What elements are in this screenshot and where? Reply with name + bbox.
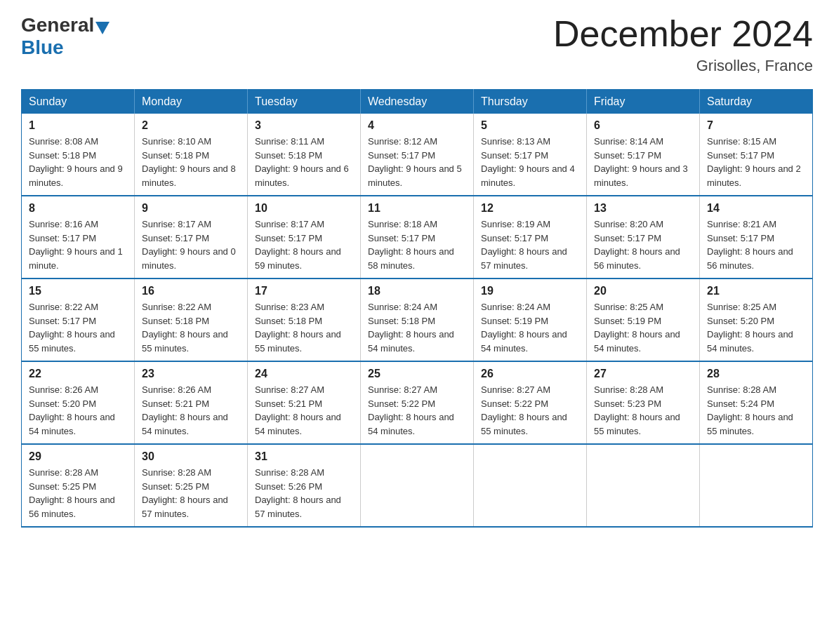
logo-triangle-icon [95, 22, 110, 34]
calendar-cell: 18 Sunrise: 8:24 AMSunset: 5:18 PMDaylig… [361, 279, 474, 361]
calendar-cell: 6 Sunrise: 8:14 AMSunset: 5:17 PMDayligh… [587, 114, 700, 196]
calendar-cell [700, 444, 813, 527]
calendar-header-row: SundayMondayTuesdayWednesdayThursdayFrid… [22, 90, 813, 114]
calendar-week-row: 1 Sunrise: 8:08 AMSunset: 5:18 PMDayligh… [22, 114, 813, 196]
day-number: 2 [142, 119, 240, 132]
day-number: 24 [255, 368, 353, 380]
day-info: Sunrise: 8:28 AMSunset: 5:24 PMDaylight:… [707, 383, 805, 438]
day-info: Sunrise: 8:24 AMSunset: 5:19 PMDaylight:… [481, 300, 579, 355]
day-number: 21 [707, 285, 805, 297]
day-number: 16 [142, 285, 240, 297]
day-info: Sunrise: 8:28 AMSunset: 5:26 PMDaylight:… [255, 466, 353, 521]
day-number: 28 [707, 368, 805, 380]
calendar-cell [474, 444, 587, 527]
day-info: Sunrise: 8:28 AMSunset: 5:23 PMDaylight:… [594, 383, 692, 438]
day-number: 8 [29, 202, 127, 215]
day-number: 29 [29, 450, 127, 463]
calendar-cell: 2 Sunrise: 8:10 AMSunset: 5:18 PMDayligh… [135, 114, 248, 196]
location-text: Grisolles, France [553, 57, 813, 75]
day-info: Sunrise: 8:24 AMSunset: 5:18 PMDaylight:… [368, 300, 466, 355]
calendar-cell: 13 Sunrise: 8:20 AMSunset: 5:17 PMDaylig… [587, 196, 700, 279]
calendar-cell: 31 Sunrise: 8:28 AMSunset: 5:26 PMDaylig… [248, 444, 361, 527]
calendar-table: SundayMondayTuesdayWednesdayThursdayFrid… [21, 89, 813, 528]
calendar-cell: 12 Sunrise: 8:19 AMSunset: 5:17 PMDaylig… [474, 196, 587, 279]
day-header-wednesday: Wednesday [361, 90, 474, 114]
calendar-cell: 4 Sunrise: 8:12 AMSunset: 5:17 PMDayligh… [361, 114, 474, 196]
logo-blue-text: Blue [21, 36, 64, 59]
calendar-cell: 25 Sunrise: 8:27 AMSunset: 5:22 PMDaylig… [361, 361, 474, 444]
day-number: 20 [594, 285, 692, 297]
calendar-cell: 21 Sunrise: 8:25 AMSunset: 5:20 PMDaylig… [700, 279, 813, 361]
day-info: Sunrise: 8:10 AMSunset: 5:18 PMDaylight:… [142, 135, 240, 189]
day-header-friday: Friday [587, 90, 700, 114]
calendar-cell: 19 Sunrise: 8:24 AMSunset: 5:19 PMDaylig… [474, 279, 587, 361]
day-info: Sunrise: 8:25 AMSunset: 5:19 PMDaylight:… [594, 300, 692, 355]
day-number: 30 [142, 450, 240, 463]
day-number: 6 [594, 119, 692, 132]
day-info: Sunrise: 8:14 AMSunset: 5:17 PMDaylight:… [594, 135, 692, 189]
calendar-week-row: 22 Sunrise: 8:26 AMSunset: 5:20 PMDaylig… [22, 361, 813, 444]
day-number: 18 [368, 285, 466, 297]
day-info: Sunrise: 8:12 AMSunset: 5:17 PMDaylight:… [368, 135, 466, 189]
day-info: Sunrise: 8:27 AMSunset: 5:22 PMDaylight:… [368, 383, 466, 438]
calendar-cell: 9 Sunrise: 8:17 AMSunset: 5:17 PMDayligh… [135, 196, 248, 279]
calendar-cell: 5 Sunrise: 8:13 AMSunset: 5:17 PMDayligh… [474, 114, 587, 196]
day-number: 10 [255, 202, 353, 215]
day-number: 1 [29, 119, 127, 132]
day-info: Sunrise: 8:22 AMSunset: 5:18 PMDaylight:… [142, 300, 240, 355]
day-number: 7 [707, 119, 805, 132]
day-info: Sunrise: 8:19 AMSunset: 5:17 PMDaylight:… [481, 217, 579, 272]
page-header: General Blue December 2024 Grisolles, Fr… [21, 14, 813, 75]
day-number: 13 [594, 202, 692, 215]
day-info: Sunrise: 8:08 AMSunset: 5:18 PMDaylight:… [29, 135, 127, 189]
day-info: Sunrise: 8:17 AMSunset: 5:17 PMDaylight:… [142, 217, 240, 272]
day-number: 4 [368, 119, 466, 132]
calendar-cell: 1 Sunrise: 8:08 AMSunset: 5:18 PMDayligh… [22, 114, 135, 196]
month-title: December 2024 [553, 14, 813, 54]
logo-general-text: General [21, 14, 94, 36]
calendar-cell: 20 Sunrise: 8:25 AMSunset: 5:19 PMDaylig… [587, 279, 700, 361]
day-info: Sunrise: 8:20 AMSunset: 5:17 PMDaylight:… [594, 217, 692, 272]
day-info: Sunrise: 8:21 AMSunset: 5:17 PMDaylight:… [707, 217, 805, 272]
calendar-cell: 26 Sunrise: 8:27 AMSunset: 5:22 PMDaylig… [474, 361, 587, 444]
day-info: Sunrise: 8:28 AMSunset: 5:25 PMDaylight:… [142, 466, 240, 521]
day-info: Sunrise: 8:26 AMSunset: 5:21 PMDaylight:… [142, 383, 240, 438]
calendar-cell: 27 Sunrise: 8:28 AMSunset: 5:23 PMDaylig… [587, 361, 700, 444]
calendar-cell [587, 444, 700, 527]
day-number: 15 [29, 285, 127, 297]
calendar-cell: 16 Sunrise: 8:22 AMSunset: 5:18 PMDaylig… [135, 279, 248, 361]
calendar-cell [361, 444, 474, 527]
calendar-cell: 24 Sunrise: 8:27 AMSunset: 5:21 PMDaylig… [248, 361, 361, 444]
calendar-cell: 17 Sunrise: 8:23 AMSunset: 5:18 PMDaylig… [248, 279, 361, 361]
day-number: 11 [368, 202, 466, 215]
day-number: 3 [255, 119, 353, 132]
day-info: Sunrise: 8:11 AMSunset: 5:18 PMDaylight:… [255, 135, 353, 189]
day-info: Sunrise: 8:15 AMSunset: 5:17 PMDaylight:… [707, 135, 805, 189]
calendar-cell: 30 Sunrise: 8:28 AMSunset: 5:25 PMDaylig… [135, 444, 248, 527]
logo: General Blue [21, 14, 111, 59]
calendar-week-row: 15 Sunrise: 8:22 AMSunset: 5:17 PMDaylig… [22, 279, 813, 361]
calendar-week-row: 29 Sunrise: 8:28 AMSunset: 5:25 PMDaylig… [22, 444, 813, 527]
day-number: 12 [481, 202, 579, 215]
day-header-sunday: Sunday [22, 90, 135, 114]
day-number: 22 [29, 368, 127, 380]
day-number: 17 [255, 285, 353, 297]
calendar-cell: 14 Sunrise: 8:21 AMSunset: 5:17 PMDaylig… [700, 196, 813, 279]
day-info: Sunrise: 8:25 AMSunset: 5:20 PMDaylight:… [707, 300, 805, 355]
day-number: 19 [481, 285, 579, 297]
day-number: 14 [707, 202, 805, 215]
day-info: Sunrise: 8:28 AMSunset: 5:25 PMDaylight:… [29, 466, 127, 521]
day-number: 9 [142, 202, 240, 215]
calendar-cell: 22 Sunrise: 8:26 AMSunset: 5:20 PMDaylig… [22, 361, 135, 444]
calendar-cell: 11 Sunrise: 8:18 AMSunset: 5:17 PMDaylig… [361, 196, 474, 279]
title-section: December 2024 Grisolles, France [553, 14, 813, 75]
day-header-saturday: Saturday [700, 90, 813, 114]
day-info: Sunrise: 8:18 AMSunset: 5:17 PMDaylight:… [368, 217, 466, 272]
day-info: Sunrise: 8:26 AMSunset: 5:20 PMDaylight:… [29, 383, 127, 438]
day-header-tuesday: Tuesday [248, 90, 361, 114]
day-info: Sunrise: 8:22 AMSunset: 5:17 PMDaylight:… [29, 300, 127, 355]
calendar-cell: 7 Sunrise: 8:15 AMSunset: 5:17 PMDayligh… [700, 114, 813, 196]
day-info: Sunrise: 8:27 AMSunset: 5:21 PMDaylight:… [255, 383, 353, 438]
calendar-cell: 8 Sunrise: 8:16 AMSunset: 5:17 PMDayligh… [22, 196, 135, 279]
calendar-week-row: 8 Sunrise: 8:16 AMSunset: 5:17 PMDayligh… [22, 196, 813, 279]
